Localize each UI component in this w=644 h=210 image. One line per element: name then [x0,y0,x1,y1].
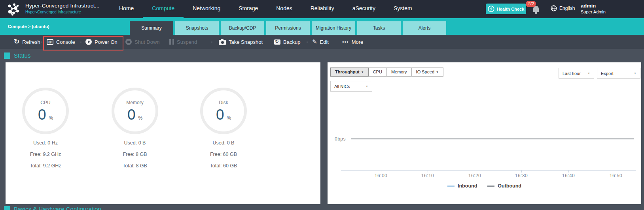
basics-section-header: Basics & Hardware Configuration [4,206,101,210]
disk-used: Used: 0 B [188,140,259,146]
disk-gauge: Disk 0 % Used: 0 B Free: 60 GB Total: 60… [188,88,259,169]
memory-gauge-unit: % [138,115,142,122]
memory-total: Total: 8 GB [99,163,170,169]
top-bar: Hyper-Converged Infrastruct... Hyper-Con… [0,0,644,18]
app-brand: Hyper-Converged Infrastruct... Hyper-Con… [25,3,100,14]
power-on-label: Power On [95,39,117,45]
nav-item-reliability[interactable]: Reliability [301,0,343,18]
more-label: More [352,39,364,45]
nav-item-storage[interactable]: Storage [229,0,267,18]
x-axis-label: 16:10 [416,173,439,178]
vm-toolbar: ↻ Refresh @ Console Power On Shut Down S… [0,35,644,49]
legend-inbound-label: Inbound [458,183,477,189]
chevron-down-icon: ▼ [436,71,439,73]
power-on-icon [85,39,92,45]
tab-snapshots[interactable]: Snapshots [175,21,219,35]
tab-summary[interactable]: Summary [130,21,173,35]
x-axis-tick [475,170,475,172]
legend-item-outbound[interactable]: Outbound [487,183,521,189]
x-axis-label: 16:50 [604,173,628,178]
status-section-header: Status [4,52,31,59]
nic-filter-dropdown[interactable]: All NICs ▼ [330,81,372,92]
x-axis-label: 16:40 [557,173,580,178]
cpu-gauge: CPU 0 % Used: 0 Hz Free: 9.2 GHz Total: … [10,88,81,169]
metric-tab-memory-label: Memory [391,69,407,74]
backup-button[interactable]: Backup [274,35,300,49]
nav-item-asecurity[interactable]: aSecurity [343,0,385,18]
metric-tab-io-speed-label: IO Speed [416,69,434,74]
cpu-gauge-ring: CPU 0 % [22,88,69,134]
more-ellipsis-icon: ••• [342,39,349,45]
suspend-icon [169,39,174,45]
metric-tab-cpu[interactable]: CPU [369,68,387,77]
user-menu[interactable]: admin Super Admin [581,3,606,14]
username: admin [581,3,606,9]
disk-free: Free: 60 GB [188,152,259,157]
health-check-button[interactable]: Health Check [486,4,526,14]
tab-alerts[interactable]: Alerts [403,21,446,35]
status-section-title: Status [14,52,31,59]
power-on-button[interactable]: Power On [85,35,117,49]
nav-item-networking[interactable]: Networking [184,0,229,18]
vm-tabs: Summary Snapshots Backup/CDP Permissions… [130,21,446,35]
edit-button[interactable]: ✎ Edit [312,35,329,49]
memory-gauge: Memory 0 % Used: 0 B Free: 8 GB Total: 8… [99,88,170,169]
time-range-dropdown[interactable]: Last hour ▼ [559,68,594,79]
tab-migration-history[interactable]: Migration History [312,21,355,35]
time-range-value: Last hour [563,71,581,76]
memory-gauge-label: Memory [126,100,143,105]
take-snapshot-button[interactable]: Take Snapshot [219,35,263,49]
metric-tab-throughput[interactable]: Throughput▼ [330,68,369,77]
shut-down-button[interactable]: Shut Down [125,35,160,49]
suspend-label: Suspend [177,39,197,45]
cpu-used: Used: 0 Hz [10,140,81,146]
refresh-button[interactable]: ↻ Refresh [14,35,40,49]
export-dropdown[interactable]: Export ▼ [597,68,640,79]
chevron-down-icon: ▼ [366,85,368,88]
nav-item-nodes[interactable]: Nodes [267,0,301,18]
tab-permissions[interactable]: Permissions [266,21,310,35]
cpu-gauge-value: 0 [38,108,46,122]
throughput-zero-line [351,139,634,139]
metric-tab-throughput-label: Throughput [335,69,360,74]
backup-label: Backup [283,39,300,45]
basics-section-title: Basics & Hardware Configuration [14,206,101,210]
x-axis-label: 16:20 [463,173,487,178]
x-axis-label: 16:00 [369,173,393,178]
language-label: English [559,6,575,11]
section-marker-icon [4,52,10,59]
toolbar-separator [41,41,42,43]
legend-item-inbound[interactable]: Inbound [447,183,477,189]
language-switcher[interactable]: English [551,5,575,11]
take-snapshot-label: Take Snapshot [229,39,263,45]
y-axis-tick-label: 0bps [335,136,346,142]
toolbar-separator [80,41,81,43]
nav-item-system[interactable]: System [385,0,421,18]
export-label: Export [601,71,614,76]
disk-gauge-value: 0 [216,108,224,122]
suspend-button[interactable]: Suspend [169,35,197,49]
disk-gauge-ring: Disk 0 % [200,88,247,134]
cpu-free: Free: 9.2 GHz [10,152,81,157]
metric-tab-memory[interactable]: Memory [387,68,412,77]
tab-tasks[interactable]: Tasks [357,21,401,35]
chart-legend: Inbound Outbound [328,183,641,189]
nav-item-home[interactable]: Home [110,0,143,18]
globe-icon [551,5,557,11]
x-axis-tick [521,170,522,172]
more-button[interactable]: ••• More [342,35,363,49]
x-axis-tick [616,170,616,172]
tab-backup-cdp[interactable]: Backup/CDP [221,21,264,35]
x-axis-tick [568,170,569,172]
toolbar-separator [307,41,308,43]
refresh-label: Refresh [22,39,40,45]
metric-tab-io-speed[interactable]: IO Speed▼ [412,68,443,77]
cpu-total: Total: 9.2 GHz [10,163,81,169]
x-axis-label: 16:30 [510,173,533,178]
memory-gauge-value: 0 [127,108,136,122]
nav-item-compute[interactable]: Compute [143,0,184,18]
memory-free: Free: 8 GB [99,152,170,157]
main-nav: Home Compute Networking Storage Nodes Re… [110,0,421,18]
console-button[interactable]: @ Console [47,35,75,49]
performance-panel: Throughput▼ CPU Memory IO Speed▼ All NIC… [328,62,641,204]
